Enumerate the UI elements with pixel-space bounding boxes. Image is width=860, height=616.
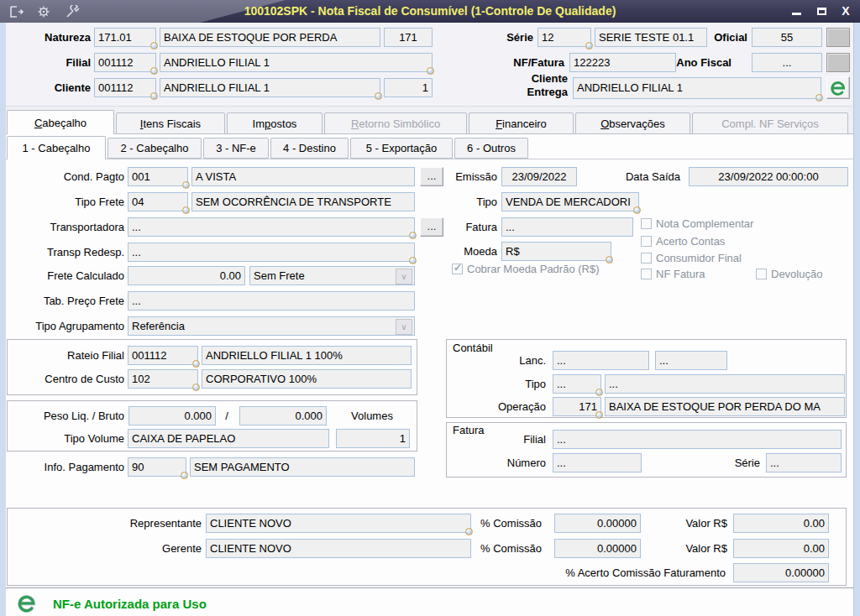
- subtab-3-nfe[interactable]: 3 - NF-e: [203, 138, 269, 159]
- cliente-code-field[interactable]: 001112: [94, 78, 156, 97]
- oficial-field[interactable]: 55: [752, 28, 822, 47]
- tipo-frete-desc-field[interactable]: SEM OCORRÊNCIA DE TRANSPORTE: [191, 192, 415, 211]
- acerto-comissao-label: % Acerto Comissão Faturamento: [504, 563, 726, 582]
- info-pagamento-code-field[interactable]: 90: [128, 457, 186, 477]
- tab-itens-fiscais[interactable]: Itens Fiscais: [116, 112, 225, 134]
- transp-redesp-label: Transp Redesp.: [7, 243, 124, 262]
- filial-code-field[interactable]: 001112: [94, 53, 156, 72]
- fatura-filial-field[interactable]: ...: [553, 430, 842, 449]
- filial-desc-field[interactable]: ANDRIELLO FILIAL 1: [160, 53, 433, 72]
- app-window: 100102SPK - Nota Fiscal de Consumível (1…: [0, 0, 860, 616]
- operacao-code-field[interactable]: 171: [553, 397, 601, 416]
- gerente-field[interactable]: CLIENTE NOVO: [206, 539, 471, 558]
- ano-fiscal-field[interactable]: ...: [752, 53, 822, 72]
- nota-complementar-checkbox-box: [641, 218, 652, 229]
- title-bar: 100102SPK - Nota Fiscal de Consumível (1…: [0, 0, 860, 23]
- rateio-filial-desc-field[interactable]: ANDRIELLO FILIAL 1 100%: [202, 346, 412, 365]
- natureza-desc-field[interactable]: BAIXA DE ESTOQUE POR PERDA: [160, 28, 380, 47]
- tab-cabecalho[interactable]: Cabeçalho: [7, 110, 114, 134]
- nf-fatura-checkbox-label: NF Fatura: [656, 268, 705, 280]
- tab-financeiro-label: Financeiro: [496, 117, 547, 130]
- tipo-agrupamento-label: Tipo Agrupamento: [7, 316, 124, 336]
- serie-desc-field[interactable]: SERIE TESTE 01.1: [595, 28, 707, 47]
- ano-fiscal-browse-button[interactable]: [826, 53, 850, 72]
- fatura-serie-field[interactable]: ...: [766, 453, 842, 472]
- subtab-6-outros[interactable]: 6 - Outros: [454, 138, 528, 159]
- cliente-aux-field[interactable]: 1: [384, 78, 433, 97]
- tipo-agrupamento-select[interactable]: Referência: [128, 316, 415, 336]
- rep-pct-comissao-field[interactable]: 0.00000: [554, 514, 641, 533]
- moeda-field[interactable]: R$: [501, 242, 611, 261]
- subtab-4-destino[interactable]: 4 - Destino: [270, 138, 349, 159]
- lanc-field-1[interactable]: ...: [553, 351, 649, 370]
- info-pagamento-desc-field[interactable]: SEM PAGAMENTO: [190, 457, 415, 477]
- tab-observacoes-label: Observações: [600, 117, 665, 130]
- rateio-filial-code-field[interactable]: 001112: [128, 346, 198, 365]
- serie-code-field[interactable]: 12: [538, 28, 591, 47]
- cond-pagto-desc-field[interactable]: A VISTA: [191, 167, 415, 186]
- acerto-comissao-field[interactable]: 0.00000: [733, 563, 829, 582]
- contabil-tipo-code-field[interactable]: ...: [553, 374, 601, 394]
- rep-valor-field[interactable]: 0.00: [733, 514, 829, 533]
- cliente-entrega-label-line2: Entrega: [527, 86, 568, 98]
- peso-liquido-field[interactable]: 0.000: [128, 406, 216, 425]
- peso-separator: /: [220, 406, 233, 425]
- subtab-5-exportacao[interactable]: 5 - Exportação: [350, 138, 453, 159]
- tab-impostos[interactable]: Impostos: [227, 112, 322, 134]
- transp-redesp-field[interactable]: ...: [128, 243, 415, 262]
- tab-cabecalho-label: Cabeçalho: [34, 117, 87, 129]
- cliente-entrega-label: Cliente Entrega: [496, 72, 568, 99]
- subtab-2-cabecalho[interactable]: 2 - Cabeçalho: [108, 138, 202, 159]
- status-bar: NF-e Autorizada para Uso: [6, 587, 853, 616]
- operacao-desc-field[interactable]: BAIXA DE ESTOQUE POR PERDA DO MA: [605, 397, 845, 416]
- transportadora-label: Transportadora: [7, 217, 124, 237]
- ger-pct-comissao-field[interactable]: 0.00000: [554, 539, 641, 558]
- tipo-field[interactable]: VENDA DE MERCADORI: [501, 192, 639, 211]
- nf-fatura-checkbox: NF Fatura: [641, 267, 705, 280]
- cond-pagto-code-field[interactable]: 001: [128, 167, 188, 186]
- tipo-frete-code-field[interactable]: 04: [128, 192, 188, 211]
- nota-complementar-checkbox: Nota Complementar: [641, 217, 753, 230]
- fatura-field[interactable]: ...: [501, 217, 633, 237]
- representante-field[interactable]: CLIENTE NOVO: [206, 514, 471, 533]
- subtab-1-cabecalho[interactable]: 1 - Cabeçalho: [7, 136, 106, 159]
- minimize-button[interactable]: [786, 3, 806, 18]
- maximize-button[interactable]: [811, 3, 831, 18]
- centro-custo-label: Centro de Custo: [7, 369, 124, 389]
- acerto-contas-checkbox-box: [641, 236, 652, 247]
- tab-preco-frete-label: Tab. Preço Frete: [7, 291, 124, 311]
- volumes-field[interactable]: 1: [336, 429, 410, 448]
- fatura-numero-field[interactable]: ...: [553, 453, 642, 472]
- contabil-tipo-label: Tipo: [470, 374, 546, 394]
- transportadora-field[interactable]: ...: [128, 217, 415, 237]
- window-frame-right: [853, 23, 860, 616]
- oficial-browse-button[interactable]: [826, 28, 850, 47]
- tipo-volume-field[interactable]: CAIXA DE PAPELAO: [128, 429, 329, 448]
- tab-preco-frete-field[interactable]: ...: [128, 291, 415, 311]
- consumidor-final-checkbox-box: [641, 253, 652, 264]
- natureza-code-field[interactable]: 171.01: [94, 28, 156, 47]
- cliente-entrega-field[interactable]: ANDRIELLO FILIAL 1: [573, 77, 821, 99]
- frete-calculado-field[interactable]: 0.00: [128, 266, 245, 285]
- data-saida-field[interactable]: 23/09/2022 00:00:00: [689, 167, 848, 186]
- nfe-link-button[interactable]: [826, 76, 850, 99]
- centro-custo-code-field[interactable]: 102: [128, 369, 198, 389]
- tab-observacoes[interactable]: Observações: [575, 112, 690, 134]
- nf-fatura-checkbox-box: [641, 269, 652, 279]
- peso-bruto-field[interactable]: 0.000: [239, 406, 327, 425]
- cliente-desc-field[interactable]: ANDRIELLO FILIAL 1: [160, 78, 380, 97]
- natureza-aux-field[interactable]: 171: [384, 28, 433, 47]
- subtab-divider: [6, 159, 853, 159]
- nf-fatura-field[interactable]: 122223: [569, 53, 676, 72]
- emissao-field[interactable]: 23/09/2022: [501, 167, 577, 186]
- lanc-field-2[interactable]: ...: [655, 351, 727, 370]
- serie-label: Série: [458, 28, 533, 47]
- ger-valor-field[interactable]: 0.00: [733, 539, 829, 558]
- contabil-tipo-desc-field[interactable]: ...: [605, 374, 845, 394]
- close-button[interactable]: X: [836, 3, 856, 18]
- tab-financeiro[interactable]: Financeiro: [469, 112, 574, 134]
- centro-custo-desc-field[interactable]: CORPORATIVO 100%: [202, 369, 412, 389]
- natureza-label: Natureza: [7, 28, 91, 47]
- acerto-contas-checkbox-label: Acerto Contas: [656, 235, 725, 248]
- frete-tipo-select[interactable]: Sem Frete: [249, 266, 415, 285]
